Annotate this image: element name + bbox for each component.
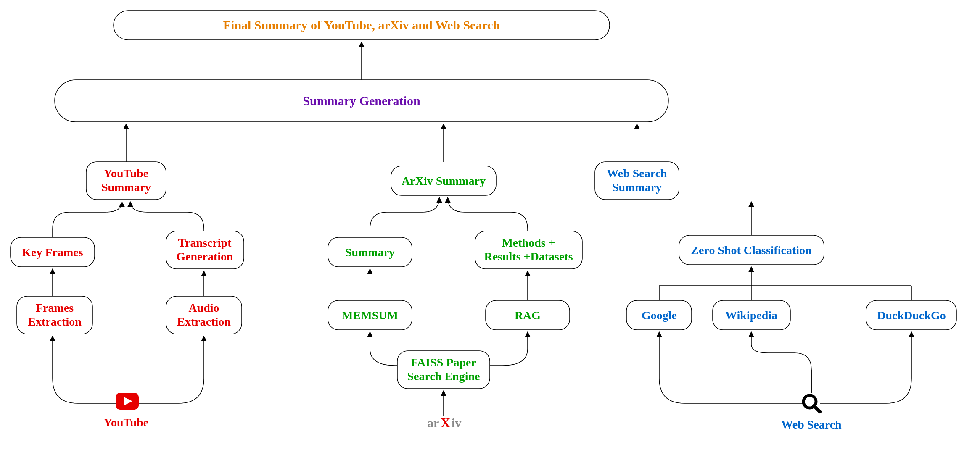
methods-l1: Methods + — [502, 236, 555, 249]
transcript-l1: Transcript — [178, 236, 232, 249]
frames-l1: Frames — [36, 301, 74, 314]
arxiv-summarybox-label: Summary — [345, 246, 395, 259]
youtube-summary-l2: Summary — [101, 181, 151, 194]
arxiv-summary-label: ArXiv Summary — [402, 174, 486, 187]
youtube-label: YouTube — [104, 416, 148, 429]
split-search-to-duck — [820, 332, 911, 403]
summary-generation-label: Summary Generation — [303, 94, 420, 108]
zeroshot-label: Zero Shot Classification — [691, 244, 812, 257]
duck-label: DuckDuckGo — [877, 309, 946, 322]
frames-l2: Extraction — [28, 315, 82, 328]
merge-summary-to-arxiv — [370, 197, 439, 237]
svg-text:ar: ar — [427, 416, 439, 430]
arxiv-icon: ar X iv — [427, 415, 461, 430]
split-youtube-to-audio — [135, 336, 204, 403]
wikipedia-label: Wikipedia — [725, 309, 777, 322]
faiss-l1: FAISS Paper — [411, 356, 476, 369]
audio-l2: Extraction — [177, 315, 231, 328]
svg-text:X: X — [441, 415, 450, 430]
audio-l1: Audio — [188, 301, 219, 314]
search-icon — [803, 395, 820, 412]
merge-keyframes-to-ytsummary — [53, 202, 122, 237]
web-summary-l2: Summary — [612, 181, 662, 194]
faiss-l2: Search Engine — [407, 370, 480, 383]
youtube-icon — [116, 393, 139, 410]
merge-methods-to-arxiv — [448, 197, 528, 231]
web-search-label: Web Search — [781, 418, 842, 431]
web-summary-l1: Web Search — [607, 167, 667, 180]
split-search-to-google — [659, 332, 803, 403]
split-search-to-wiki2 — [751, 332, 811, 393]
key-frames-label: Key Frames — [22, 246, 83, 259]
google-label: Google — [642, 309, 677, 322]
rag-label: RAG — [515, 309, 541, 322]
final-summary-label: Final Summary of YouTube, arXiv and Web … — [223, 18, 500, 32]
svg-text:iv: iv — [452, 416, 461, 430]
transcript-l2: Generation — [176, 250, 233, 263]
split-youtube-to-frames — [53, 336, 118, 403]
svg-line-6 — [814, 406, 820, 412]
memsum-label: MEMSUM — [342, 309, 398, 322]
youtube-summary-l1: YouTube — [104, 167, 148, 180]
methods-l2: Results +Datasets — [484, 250, 573, 263]
